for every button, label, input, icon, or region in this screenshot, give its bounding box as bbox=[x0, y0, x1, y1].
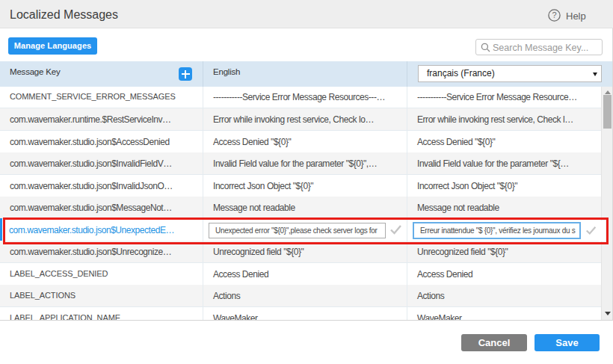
svg-text:?: ? bbox=[552, 10, 556, 19]
